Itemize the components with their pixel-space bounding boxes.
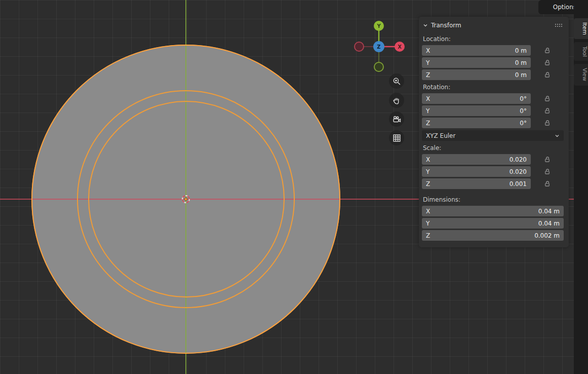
dimensions-z-field[interactable]: Z 0.002 m xyxy=(422,230,564,241)
gizmo-neg-y-axis-ball[interactable] xyxy=(374,62,384,72)
location-y-field[interactable]: Y 0 m xyxy=(422,57,531,68)
transform-panel-header[interactable]: Transform xyxy=(422,20,564,32)
object-origin-dot xyxy=(184,198,187,201)
3d-cursor xyxy=(181,194,191,204)
blender-window: Y X Z Options xyxy=(0,0,588,374)
grid-icon xyxy=(393,134,401,142)
location-y-lock-button[interactable] xyxy=(531,59,564,66)
rotation-section-label: Rotation: xyxy=(423,84,563,91)
rotation-y-lock-button[interactable] xyxy=(531,107,564,114)
navigation-gizmo[interactable]: Y X Z xyxy=(352,19,408,75)
location-x-field[interactable]: X 0 m xyxy=(422,45,531,56)
scale-section-label: Scale: xyxy=(423,144,563,152)
camera-view-button[interactable] xyxy=(389,111,404,127)
scale-x-field[interactable]: X 0.020 xyxy=(422,154,531,165)
dimensions-x-field[interactable]: X 0.04 m xyxy=(422,206,564,216)
gizmo-neg-x-axis-ball[interactable] xyxy=(354,42,364,52)
scale-z-lock-button[interactable] xyxy=(531,180,564,187)
unlock-icon xyxy=(544,120,551,126)
sidebar-tab-strip: Item Tool View xyxy=(574,0,588,374)
chevron-down-icon xyxy=(555,133,560,138)
unlock-icon xyxy=(544,168,551,175)
unlock-icon xyxy=(544,180,551,187)
rotation-z-lock-button[interactable] xyxy=(531,120,564,126)
scale-y-lock-button[interactable] xyxy=(531,168,564,175)
unlock-icon xyxy=(544,71,551,78)
options-label: Options xyxy=(553,4,576,11)
grid-ortho-button[interactable] xyxy=(389,130,404,145)
dimensions-y-field[interactable]: Y 0.04 m xyxy=(422,218,564,229)
rotation-x-field[interactable]: X 0° xyxy=(422,93,531,104)
sidebar-tab-item[interactable]: Item xyxy=(574,18,588,39)
dimensions-section-label: Dimensions: xyxy=(423,196,563,203)
gizmo-y-axis-ball[interactable]: Y xyxy=(374,21,384,31)
magnifier-zoom-icon xyxy=(393,77,401,86)
sidebar-tab-view[interactable]: View xyxy=(574,64,588,85)
location-z-lock-button[interactable] xyxy=(531,71,564,78)
pan-button[interactable] xyxy=(389,93,404,108)
rotation-z-field[interactable]: Z 0° xyxy=(422,118,531,128)
location-z-field[interactable]: Z 0 m xyxy=(422,69,531,80)
unlock-icon xyxy=(544,156,551,163)
zoom-button[interactable] xyxy=(389,73,404,89)
gizmo-z-axis-ball[interactable]: Z xyxy=(373,41,384,52)
scale-y-field[interactable]: Y 0.020 xyxy=(422,166,531,177)
location-x-lock-button[interactable] xyxy=(531,47,564,54)
transform-panel: Transform Location: X 0 m Y 0 m xyxy=(419,17,569,247)
unlock-icon xyxy=(544,47,551,54)
unlock-icon xyxy=(544,95,551,102)
panel-title: Transform xyxy=(431,22,555,29)
unlock-icon xyxy=(544,59,551,66)
camera-icon xyxy=(393,115,401,124)
drag-handle-icon[interactable] xyxy=(555,23,563,27)
collapse-chevron-icon xyxy=(423,23,428,28)
rotation-mode-dropdown[interactable]: XYZ Euler xyxy=(422,130,564,141)
gizmo-x-axis-ball[interactable]: X xyxy=(395,42,405,52)
scale-x-lock-button[interactable] xyxy=(531,156,564,163)
location-section-label: Location: xyxy=(423,35,563,43)
rotation-x-lock-button[interactable] xyxy=(531,95,564,102)
hand-pan-icon xyxy=(393,96,401,105)
scale-z-field[interactable]: Z 0.001 xyxy=(422,178,531,189)
rotation-y-field[interactable]: Y 0° xyxy=(422,105,531,116)
unlock-icon xyxy=(544,107,551,114)
sidebar-tab-tool[interactable]: Tool xyxy=(574,42,588,61)
